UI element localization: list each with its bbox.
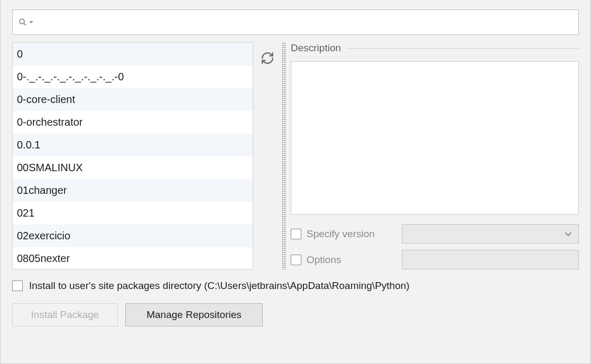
refresh-icon (261, 51, 274, 65)
chevron-down-icon (565, 230, 572, 238)
description-box (291, 61, 579, 214)
specify-version-checkbox[interactable] (291, 229, 301, 239)
list-item[interactable]: 021 (13, 202, 253, 225)
options-input[interactable] (402, 250, 579, 269)
install-package-button: Install Package (12, 303, 118, 326)
list-item[interactable]: 00SMALINUX (13, 156, 253, 179)
list-item[interactable]: 0-core-client (13, 88, 253, 111)
install-user-site-checkbox[interactable] (12, 281, 23, 291)
dropdown-icon[interactable] (29, 20, 34, 25)
splitter[interactable] (282, 42, 287, 269)
list-item[interactable]: 0.0.1 (13, 134, 253, 156)
specify-version-label: Specify version (307, 228, 402, 240)
version-select[interactable] (402, 224, 579, 244)
description-label: Description (291, 42, 341, 54)
svg-line-1 (24, 23, 26, 25)
options-label: Options (307, 254, 402, 266)
svg-point-0 (20, 19, 24, 24)
list-item[interactable]: 0805nexter (13, 247, 253, 269)
list-item[interactable]: 01changer (13, 179, 253, 202)
options-checkbox[interactable] (291, 255, 301, 265)
divider (346, 48, 579, 49)
package-list[interactable]: 0 0-._.-._.-._.-._.-._.-._.-0 0-core-cli… (13, 43, 253, 269)
list-item[interactable]: 0-._.-._.-._.-._.-._.-._.-0 (13, 66, 253, 88)
refresh-button[interactable] (257, 48, 278, 69)
manage-repositories-button[interactable]: Manage Repositories (125, 303, 263, 326)
search-box[interactable] (12, 10, 579, 35)
search-input[interactable] (37, 10, 573, 34)
search-icon (18, 17, 27, 27)
list-item[interactable]: 02exercicio (13, 225, 253, 247)
list-item[interactable]: 0-orchestrator (13, 111, 253, 134)
list-item[interactable]: 0 (13, 43, 253, 66)
install-user-site-label: Install to user's site packages director… (29, 280, 410, 292)
